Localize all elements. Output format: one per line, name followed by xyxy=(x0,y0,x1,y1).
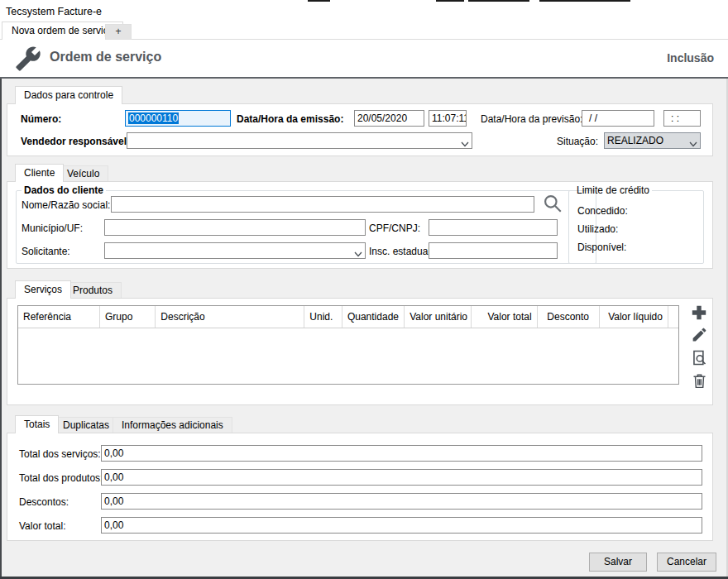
descontos-label: Descontos: xyxy=(19,496,69,508)
valor-total-input[interactable]: 0,00 xyxy=(101,517,702,534)
utilizado-label: Utilizado: xyxy=(577,223,618,235)
control-panel: Número: 000000110 Data/Hora da emissão: … xyxy=(7,103,713,156)
col-referencia[interactable]: Referência xyxy=(18,306,100,328)
tab-cliente[interactable]: Cliente xyxy=(15,164,64,182)
window-left-edge xyxy=(0,79,2,577)
tab-duplicatas[interactable]: Duplicatas xyxy=(54,417,118,433)
totais-panel: Total dos serviços: 0,00 Total dos produ… xyxy=(7,433,713,541)
total-produtos-input[interactable]: 0,00 xyxy=(101,469,702,486)
new-tab-button[interactable]: + xyxy=(105,24,132,40)
tab-informacoes-adicionais[interactable]: Informações adicionais xyxy=(113,417,232,433)
disponivel-label: Disponível: xyxy=(577,242,626,253)
emissao-date-input[interactable]: 20/05/2020 xyxy=(354,110,424,127)
previsao-date-input[interactable]: / / xyxy=(582,110,654,127)
limite-credito-legend: Limite de crédito xyxy=(574,184,652,196)
solicitante-label: Solicitante: xyxy=(22,246,70,257)
grid-body-empty xyxy=(18,328,678,385)
page-header: Ordem de serviço Inclusão xyxy=(0,40,728,79)
search-icon[interactable] xyxy=(542,193,563,217)
previsao-label: Data/Hora da previsão: xyxy=(481,113,582,125)
servicos-panel: Referência Grupo Descrição Unid. Quantid… xyxy=(7,298,713,405)
wrench-icon xyxy=(15,45,41,74)
emissao-label: Data/Hora da emissão: xyxy=(237,113,343,125)
descontos-input[interactable]: 0,00 xyxy=(101,493,702,510)
col-unid[interactable]: Unid. xyxy=(304,306,342,328)
col-valor-unitario[interactable]: Valor unitário xyxy=(405,306,472,328)
situacao-label: Situação: xyxy=(557,136,598,147)
total-servicos-label: Total dos serviços: xyxy=(19,448,101,460)
nome-label: Nome/Razão social: xyxy=(22,199,110,211)
valor-total-label: Valor total: xyxy=(19,520,65,532)
grid-header-row: Referência Grupo Descrição Unid. Quantid… xyxy=(18,306,678,328)
tab-veiculo[interactable]: Veículo xyxy=(58,165,108,182)
solicitante-select[interactable] xyxy=(104,242,366,259)
municipio-label: Município/UF: xyxy=(22,223,83,234)
plus-icon[interactable] xyxy=(689,303,709,325)
cliente-panel: Dados do cliente Nome/Razão social: Muni… xyxy=(7,181,713,269)
insc-label: Insc. estadual: xyxy=(369,246,433,257)
cpf-input[interactable] xyxy=(429,219,558,236)
mode-badge: Inclusão xyxy=(667,51,714,65)
window-title: Tecsystem Facture-e xyxy=(6,6,102,17)
tab-dados-para-controle[interactable]: Dados para controle xyxy=(15,86,122,104)
cancel-button[interactable]: Cancelar xyxy=(657,553,716,572)
chevron-down-icon xyxy=(689,138,708,150)
cpf-label: CPF/CNPJ: xyxy=(369,223,420,234)
preview-icon[interactable] xyxy=(691,349,708,369)
col-stub xyxy=(668,306,678,328)
page-title: Ordem de serviço xyxy=(50,50,161,65)
vendedor-select[interactable] xyxy=(127,132,472,149)
app-window: Tecsystem Facture-e Nova ordem de serviç… xyxy=(0,0,728,579)
tab-totais[interactable]: Totais xyxy=(15,415,59,433)
municipio-input[interactable] xyxy=(104,219,366,236)
emissao-time-input[interactable]: 11:07:11 xyxy=(429,110,467,127)
save-button[interactable]: Salvar xyxy=(589,553,647,572)
tab-produtos[interactable]: Produtos xyxy=(64,282,122,299)
col-grupo[interactable]: Grupo xyxy=(100,306,156,328)
dados-do-cliente-legend: Dados do cliente xyxy=(22,184,106,196)
col-descricao[interactable]: Descrição xyxy=(156,306,304,328)
window-titlebar: Tecsystem Facture-e xyxy=(0,2,728,22)
total-servicos-input[interactable]: 0,00 xyxy=(101,445,702,462)
tab-servicos[interactable]: Serviços xyxy=(15,280,71,299)
previsao-time-input[interactable]: : : xyxy=(663,110,701,127)
concedido-label: Concedido: xyxy=(577,205,628,217)
col-valor-total[interactable]: Valor total xyxy=(472,306,537,328)
col-valor-liquido[interactable]: Valor líquido xyxy=(600,306,668,328)
nome-input[interactable] xyxy=(111,196,534,213)
trash-icon[interactable] xyxy=(691,372,708,392)
pencil-icon[interactable] xyxy=(691,326,708,346)
insc-input[interactable] xyxy=(429,242,558,259)
total-produtos-label: Total dos produtos: xyxy=(19,472,103,484)
col-desconto[interactable]: Desconto xyxy=(538,306,600,328)
col-quantidade[interactable]: Quantidade xyxy=(342,306,405,328)
servicos-grid: Referência Grupo Descrição Unid. Quantid… xyxy=(17,305,679,385)
numero-selected-text: 000000110 xyxy=(128,112,179,124)
numero-input[interactable]: 000000110 xyxy=(125,110,231,127)
vendedor-label: Vendedor responsável: xyxy=(21,136,130,147)
document-tabstrip: Nova ordem de serviço + xyxy=(0,22,728,40)
numero-label: Número: xyxy=(21,113,61,125)
situacao-select[interactable]: REALIZADO xyxy=(604,132,701,149)
